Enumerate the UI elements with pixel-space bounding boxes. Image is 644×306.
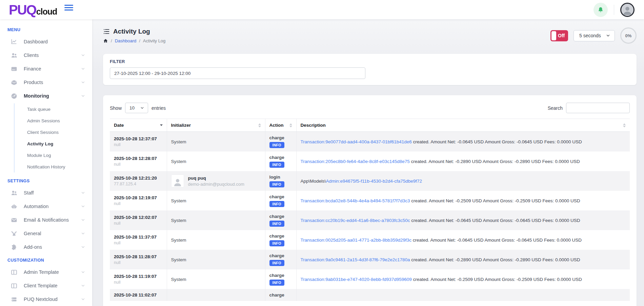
sidebar-item-puq-nextcloud[interactable]: PUQ Nextcloud <box>0 292 92 306</box>
logo-text-secondary: cloud <box>36 8 57 15</box>
description-link[interactable]: Transaction:9e0077dd-aad4-400a-8437-01bf… <box>301 139 412 144</box>
cell-date: 2025-10-28 12:37:07null <box>110 132 167 152</box>
notifications-button[interactable] <box>593 3 608 17</box>
puqcloud-logo[interactable]: PUQ cloud <box>9 4 57 15</box>
column-label: Initializer <box>171 123 191 128</box>
cell-action: chargeINFO <box>265 132 296 152</box>
progress-value: 0% <box>625 33 632 38</box>
sidebar-subitem-module-log[interactable]: Module Log <box>15 149 92 161</box>
column-header-date[interactable]: Date <box>110 119 167 132</box>
cell-initializer: System <box>167 132 265 152</box>
chevron-down-icon <box>81 53 85 58</box>
sidebar-item-email-notifications[interactable]: Email & Notifications <box>0 213 92 227</box>
sidebar-subitem-client-sessions[interactable]: Client Sessions <box>15 126 92 138</box>
description-text: created. Amount Net: -0.0645 USD Amount … <box>411 238 582 243</box>
row-timestamp: 2025-10-28 11:37:07 <box>114 234 163 240</box>
sidebar-item-label: Monitoring <box>24 93 49 99</box>
filter-label: FILTER <box>110 59 630 64</box>
cell-action: chargeINFO <box>265 269 296 289</box>
action-type: charge <box>269 233 292 239</box>
page-size-select[interactable]: 10 <box>125 103 148 113</box>
activity-log-icon <box>103 28 110 35</box>
description-link[interactable]: Transaction:0025d205-aa01-4771-a2bb-8bb3… <box>301 238 412 243</box>
sidebar-item-staff[interactable]: Staff <box>0 186 92 200</box>
breadcrumb-separator: / <box>139 38 140 43</box>
description-link[interactable]: Transaction:cc20b19c-edd4-41a6-8bec-a780… <box>301 218 410 223</box>
toggle-label: Off <box>558 33 565 38</box>
sidebar-item-admin-template[interactable]: Admin Template <box>0 265 92 279</box>
sidebar-item-dashboard[interactable]: Dashboard <box>0 35 92 48</box>
sidebar-item-label: Client Template <box>24 283 58 288</box>
sidebar-subitem-admin-sessions[interactable]: Admin Sessions <box>15 115 92 126</box>
breadcrumb-link-dashboard[interactable]: Dashboard <box>115 38 137 43</box>
cell-date: 2025-10-28 11:37:07null <box>110 230 167 250</box>
page-size-value: 10 <box>129 105 135 110</box>
interval-value: 5 seconds <box>579 33 601 38</box>
sidebar-item-automation[interactable]: Automation <box>0 200 92 213</box>
action-type: charge <box>269 194 292 199</box>
hamburger-menu-icon[interactable] <box>64 5 73 11</box>
sidebar-item-monitoring[interactable]: Monitoring <box>0 89 92 103</box>
sidebar-item-client-template[interactable]: Client Template <box>0 279 92 292</box>
table-row: 2025-10-28 11:19:07nullSystemchargeINFOT… <box>110 269 630 289</box>
description-text: created. Amount Net: -0.2509 USD Amount … <box>410 198 580 203</box>
gauge-icon <box>10 92 18 100</box>
chevron-down-icon <box>140 106 144 110</box>
sidebar-subitem-notification-history[interactable]: Notification History <box>15 161 92 172</box>
row-ip-or-null: null <box>114 221 163 226</box>
status-badge: INFO <box>269 260 284 266</box>
sidebar-subitem-task-queue[interactable]: Task queue <box>15 103 92 115</box>
sidebar-item-add-ons[interactable]: Add-ons <box>0 240 92 254</box>
refresh-interval-select[interactable]: 5 seconds <box>573 30 615 41</box>
row-ip-or-null: null <box>114 201 163 206</box>
sidebar-item-clients[interactable]: Clients <box>0 48 92 62</box>
description-link[interactable]: Transaction:9a0c9461-2a15-4d3f-87f6-79e2… <box>301 257 410 262</box>
home-icon[interactable] <box>103 38 108 43</box>
table-row: 2025-10-28 12:21:2077.87.125.4puq puqdem… <box>110 171 630 191</box>
status-badge: INFO <box>269 201 284 207</box>
main-content: Activity Log / Dashboard / Activity Log … <box>92 19 644 306</box>
user-avatar[interactable] <box>620 3 635 17</box>
cell-action: chargeINFO <box>265 210 296 230</box>
cell-date: 2025-10-28 12:21:2077.87.125.4 <box>110 171 167 191</box>
action-type: charge <box>269 135 292 140</box>
cell-description: Transaction:cc20b19c-edd4-41a6-8bec-a780… <box>296 210 630 230</box>
sidebar-section-label-menu: MENU <box>0 23 92 35</box>
credit-card-icon <box>10 65 18 73</box>
sidebar-item-products[interactable]: Products <box>0 76 92 89</box>
cell-initializer: System <box>167 230 265 250</box>
sort-icon <box>160 124 163 126</box>
date-range-input[interactable] <box>110 67 365 79</box>
column-header-description[interactable]: Description <box>296 119 630 132</box>
table-row: 2025-10-28 11:02:07charge <box>110 289 630 301</box>
search-input[interactable] <box>566 103 630 113</box>
auto-refresh-toggle[interactable]: Off <box>550 30 568 41</box>
robot-icon <box>10 203 18 210</box>
sidebar-submenu-monitoring: Task queueAdmin SessionsClient SessionsA… <box>14 103 92 172</box>
sidebar-item-label: Add-ons <box>24 244 42 250</box>
column-header-initializer[interactable]: Initializer <box>167 119 265 132</box>
description-link[interactable]: Admin:e94675f5-f11b-4530-b2d4-cfa75dbe9f… <box>326 179 422 184</box>
sidebar-item-label: Email & Notifications <box>24 217 69 223</box>
sidebar-item-finance[interactable]: Finance <box>0 62 92 76</box>
cell-initializer <box>167 289 265 301</box>
chevron-down-icon <box>81 80 85 85</box>
action-type: login <box>269 175 292 180</box>
sidebar-item-general[interactable]: General <box>0 227 92 240</box>
sidebar-item-label: General <box>24 231 41 236</box>
sidebar-item-label: Dashboard <box>24 39 48 44</box>
row-ip-or-null: 77.87.125.4 <box>114 182 163 186</box>
chevron-down-icon <box>81 66 85 71</box>
entries-label: entries <box>152 105 166 111</box>
description-link[interactable]: Transaction:bcda02e8-544b-4e4a-b494-5781… <box>301 198 410 203</box>
column-header-action[interactable]: Action <box>265 119 296 132</box>
row-timestamp: 2025-10-28 12:19:07 <box>114 195 163 200</box>
sidebar-subitem-activity-log[interactable]: Activity Log <box>15 138 92 149</box>
initializer-name: puq puq <box>188 176 244 181</box>
sidebar-item-label: Automation <box>24 204 48 209</box>
description-link[interactable]: Transaction:9ab031be-e747-4020-8ebb-fd93… <box>301 277 412 282</box>
row-timestamp: 2025-10-28 11:19:07 <box>114 274 163 279</box>
row-timestamp: 2025-10-28 11:02:07 <box>114 292 163 298</box>
description-link[interactable]: Transaction:205ec8b0-fe64-4a0e-8c8f-e03c… <box>301 159 410 164</box>
row-ip-or-null: null <box>114 260 163 265</box>
